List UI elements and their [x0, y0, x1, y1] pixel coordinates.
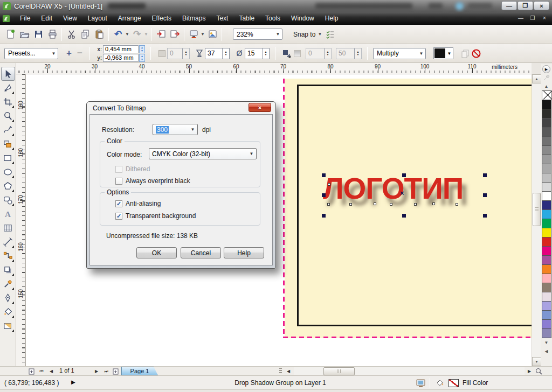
- color-swatch-d9251d[interactable]: [542, 237, 551, 247]
- color-swatch-8b86b4[interactable]: [542, 328, 551, 338]
- save-button[interactable]: [31, 28, 45, 41]
- fade-field[interactable]: 0 ▲▼: [306, 48, 332, 59]
- ok-button[interactable]: OK: [136, 247, 177, 258]
- color-swatch-717171[interactable]: [542, 136, 551, 146]
- selection-handle[interactable]: [483, 173, 487, 177]
- selection-handle[interactable]: [402, 214, 406, 218]
- interactive-fill-tool[interactable]: [1, 319, 15, 333]
- freehand-tool[interactable]: [1, 123, 15, 137]
- zoom-level-combo[interactable]: 232% ▼: [233, 29, 282, 40]
- selection-handle[interactable]: [322, 193, 326, 197]
- color-mode-combo[interactable]: CMYK Color (32-bit) ▼: [149, 148, 257, 159]
- x-offset-field[interactable]: 0,454 mm: [103, 45, 139, 53]
- spinner-icon[interactable]: ▲▼: [262, 48, 269, 59]
- polygon-tool[interactable]: [1, 179, 15, 193]
- chevron-down-icon[interactable]: ▼: [188, 124, 197, 135]
- fill-bucket-icon[interactable]: [434, 377, 445, 388]
- node-handle[interactable]: [432, 202, 435, 205]
- spinner-icon[interactable]: ▲▼: [222, 48, 229, 59]
- dialog-titlebar[interactable]: Convert To Bitmap: [89, 102, 273, 114]
- x-offset-spinner[interactable]: ▲▼: [139, 45, 145, 53]
- ellipse-tool[interactable]: [1, 165, 15, 179]
- color-swatch-2d2d29[interactable]: [542, 109, 551, 118]
- color-swatch-c0c0c0[interactable]: [542, 173, 551, 183]
- welcome-screen-button[interactable]: [205, 28, 219, 41]
- doc-minimize-icon[interactable]: —: [518, 15, 524, 21]
- crop-tool[interactable]: [1, 95, 15, 109]
- resolution-combo[interactable]: 300 ▼: [153, 124, 198, 135]
- stretch-field[interactable]: 50 ▲▼: [336, 48, 362, 59]
- scroll-down-icon[interactable]: ▼: [532, 357, 541, 366]
- menu-window[interactable]: Window: [286, 12, 320, 25]
- dithered-checkbox[interactable]: Dithered: [115, 165, 150, 173]
- menu-text[interactable]: Text: [211, 12, 233, 25]
- add-page-before-icon[interactable]: [27, 367, 36, 375]
- node-handle[interactable]: [327, 203, 330, 206]
- color-swatch-7d96d2[interactable]: [542, 310, 551, 320]
- overprint-black-checkbox[interactable]: Always overprint black: [115, 177, 190, 185]
- cut-button[interactable]: [64, 28, 78, 41]
- presets-combo[interactable]: Presets... ▼: [4, 48, 58, 59]
- shadow-direction-icon[interactable]: [281, 48, 292, 59]
- color-swatch-d9d9d9[interactable]: [542, 182, 551, 192]
- selection-center-icon[interactable]: ×: [400, 189, 404, 197]
- doc-restore-icon[interactable]: ❐: [529, 15, 536, 21]
- color-swatch-8c7d6f[interactable]: [542, 283, 551, 292]
- chevron-down-icon[interactable]: ▼: [417, 48, 425, 59]
- node-handle[interactable]: [349, 203, 352, 206]
- rectangle-tool[interactable]: [1, 151, 15, 165]
- scroll-left-icon[interactable]: ◀: [285, 367, 292, 375]
- restore-button[interactable]: ❐: [518, 1, 533, 10]
- selection-handle[interactable]: [322, 173, 326, 177]
- add-preset-icon[interactable]: +: [64, 48, 74, 59]
- remove-preset-icon[interactable]: −: [74, 48, 85, 59]
- zoom-tool[interactable]: [1, 109, 15, 123]
- palette-scroll-down-icon[interactable]: ▼: [542, 339, 551, 347]
- selection-handle[interactable]: [483, 214, 487, 218]
- text-tool[interactable]: A: [1, 207, 15, 221]
- title-bar[interactable]: CorelDRAW X5 - [Untitled-1] — ❐ ×: [0, 0, 552, 12]
- menu-help[interactable]: Help: [320, 12, 344, 25]
- node-handle[interactable]: [414, 203, 417, 206]
- vertical-scroll-thumb[interactable]: [533, 193, 541, 226]
- fill-tool[interactable]: [1, 305, 15, 319]
- color-swatch-aaaaaa[interactable]: [542, 164, 551, 173]
- horizontal-scrollbar[interactable]: [294, 367, 525, 375]
- color-swatch-f58220[interactable]: [542, 264, 551, 274]
- page-tab[interactable]: Page 1: [121, 367, 158, 375]
- new-document-button[interactable]: [3, 28, 17, 41]
- selection-handle[interactable]: [402, 173, 406, 177]
- selection-handle[interactable]: [322, 214, 326, 218]
- menu-arrange[interactable]: Arrange: [113, 12, 147, 25]
- node-handle[interactable]: [456, 203, 458, 206]
- menu-file[interactable]: File: [15, 12, 36, 25]
- spinner-icon[interactable]: ▲▼: [182, 48, 189, 59]
- connector-tool[interactable]: [1, 249, 15, 263]
- color-swatch-161616[interactable]: [542, 100, 551, 109]
- scroll-right-icon[interactable]: ▶: [526, 367, 533, 375]
- next-page-icon[interactable]: ▶: [93, 367, 100, 375]
- print-button[interactable]: [45, 28, 59, 41]
- undo-dropdown-icon[interactable]: ▼: [125, 32, 130, 37]
- color-swatch-8c7dd2[interactable]: [542, 319, 551, 329]
- fill-color-swatch[interactable]: [448, 379, 459, 387]
- clear-drop-shadow-icon[interactable]: [471, 48, 481, 59]
- paste-button[interactable]: [92, 28, 106, 41]
- menu-effects[interactable]: Effects: [147, 12, 177, 25]
- color-swatch-e8dde4[interactable]: [542, 292, 551, 302]
- import-button[interactable]: [154, 28, 168, 41]
- color-swatch-f3e600[interactable]: [542, 228, 551, 237]
- y-offset-spinner[interactable]: ▲▼: [139, 54, 145, 62]
- shadow-opacity-field[interactable]: 37 ▲▼: [205, 48, 230, 59]
- chevron-down-icon[interactable]: ▼: [274, 29, 282, 39]
- logo-text-object[interactable]: ЛОГОТИП: [323, 171, 463, 206]
- spinner-icon[interactable]: ▲▼: [354, 48, 361, 59]
- basic-shapes-tool[interactable]: [1, 193, 15, 207]
- menu-view[interactable]: View: [58, 12, 82, 25]
- color-swatch-8a8a8a[interactable]: [542, 145, 551, 155]
- chevron-down-icon[interactable]: ▼: [446, 51, 453, 56]
- transparent-background-checkbox[interactable]: ✓ Transparent background: [115, 212, 196, 220]
- selection-handle[interactable]: [483, 193, 487, 197]
- doc-close-icon[interactable]: ×: [541, 15, 548, 21]
- snap-to-control[interactable]: Snap to ▼: [293, 29, 335, 40]
